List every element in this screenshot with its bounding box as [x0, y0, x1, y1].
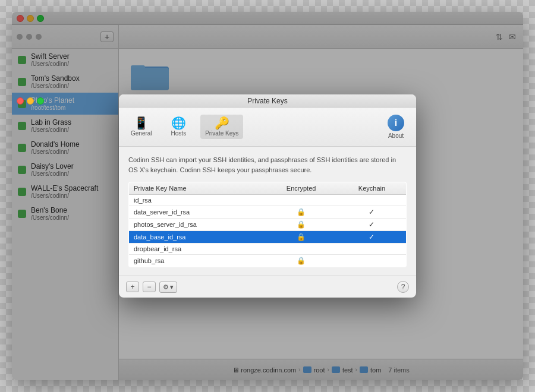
about-circle: i: [388, 115, 404, 131]
about-label: About: [388, 132, 404, 139]
check-icon: ✓: [369, 233, 374, 241]
table-row-2[interactable]: photos_server_id_rsa 🔒 ✓: [129, 219, 407, 231]
keychain-cell: ✓: [338, 206, 407, 219]
private-keys-tab[interactable]: 🔑 Private Keys: [200, 115, 243, 139]
hosts-tab[interactable]: 🌐 Hosts: [166, 115, 191, 139]
encrypted-cell: 🔒: [265, 255, 338, 267]
check-icon: ✓: [369, 220, 374, 229]
modal-overlay: Private Keys 📱 General 🌐 Hosts 🔑 Private…: [12, 12, 523, 380]
encrypted-cell: 🔒: [265, 231, 338, 244]
keychain-cell: ✓: [338, 231, 407, 244]
private-keys-icon: 🔑: [215, 117, 229, 129]
keychain-cell: ✓: [338, 219, 407, 231]
encrypted-cell: [265, 195, 338, 206]
encrypted-cell: 🔒: [265, 219, 338, 231]
col-encrypted-header: Encrypted: [265, 182, 338, 195]
col-keychain-header: Keychain: [338, 182, 407, 195]
gear-button[interactable]: ⚙ ▾: [159, 282, 177, 293]
lock-icon: 🔒: [297, 208, 306, 216]
lock-icon: 🔒: [297, 220, 306, 229]
key-name-cell: dropbear_id_rsa: [129, 244, 265, 255]
keys-table: Private Key Name Encrypted Keychain id_r…: [128, 182, 407, 267]
key-name-cell: photos_server_id_rsa: [129, 219, 265, 231]
general-label: General: [131, 130, 152, 137]
lock-icon: 🔒: [297, 233, 306, 241]
help-button[interactable]: ?: [397, 281, 409, 293]
keychain-cell: [338, 244, 407, 255]
gear-dropdown-icon: ▾: [170, 283, 174, 291]
dialog: Private Keys 📱 General 🌐 Hosts 🔑 Private…: [119, 94, 416, 298]
col-name-header: Private Key Name: [129, 182, 265, 195]
dialog-footer: + − ⚙ ▾ ?: [119, 276, 416, 298]
general-tab[interactable]: 📱 General: [126, 115, 157, 139]
hosts-icon: 🌐: [171, 117, 186, 129]
about-tab[interactable]: i About: [383, 112, 409, 141]
table-row-5[interactable]: github_rsa 🔒: [129, 255, 407, 267]
dialog-title: Private Keys: [247, 97, 287, 105]
key-name-cell: data_base_id_rsa: [129, 231, 265, 244]
key-name-cell: data_server_id_rsa: [129, 206, 265, 219]
dialog-body: Codinn SSH can import your SSH identitie…: [119, 147, 416, 276]
gear-icon: ⚙: [163, 283, 169, 291]
dialog-description: Codinn SSH can import your SSH identitie…: [128, 155, 407, 175]
remove-key-button[interactable]: −: [143, 282, 156, 292]
check-icon: ✓: [369, 208, 374, 216]
keychain-cell: [338, 255, 407, 267]
hosts-label: Hosts: [171, 130, 187, 137]
dialog-title-bar: Private Keys: [119, 94, 416, 108]
table-row-0[interactable]: id_rsa: [129, 195, 407, 206]
dialog-toolbar: 📱 General 🌐 Hosts 🔑 Private Keys i About: [119, 108, 416, 147]
general-icon: 📱: [134, 117, 149, 129]
encrypted-cell: 🔒: [265, 206, 338, 219]
table-row-4[interactable]: dropbear_id_rsa: [129, 244, 407, 255]
table-row-3[interactable]: data_base_id_rsa 🔒 ✓: [129, 231, 407, 244]
add-key-button[interactable]: +: [126, 282, 139, 292]
table-row-1[interactable]: data_server_id_rsa 🔒 ✓: [129, 206, 407, 219]
private-keys-label: Private Keys: [205, 130, 238, 137]
lock-icon: 🔒: [297, 257, 306, 265]
app-window: + Swift Server /Users/codinn/ Tom's Sand…: [12, 12, 523, 380]
keychain-cell: [338, 195, 407, 206]
key-name-cell: github_rsa: [129, 255, 265, 267]
encrypted-cell: [265, 244, 338, 255]
key-name-cell: id_rsa: [129, 195, 265, 206]
